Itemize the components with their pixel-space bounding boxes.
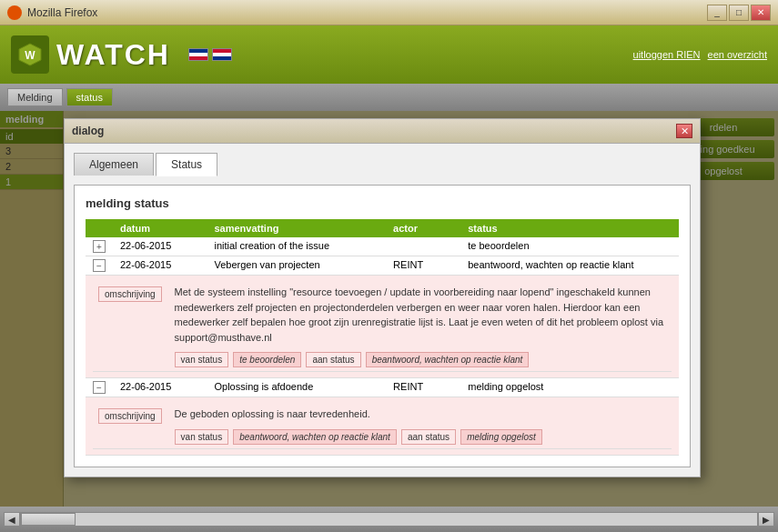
status-cell: beantwoord, wachten op reactie klant <box>460 256 679 276</box>
detail-cell: omschrijving De geboden oplossing is naa… <box>86 397 679 456</box>
tab-algemeen[interactable]: Algemeen <box>74 153 154 176</box>
van-status-value-1: te beoordelen <box>233 352 301 367</box>
van-status-label-2: van status <box>175 429 229 445</box>
detail-row: omschrijving De geboden oplossing is naa… <box>86 397 679 456</box>
dialog-body: Algemeen Status melding status datum sam… <box>65 144 700 477</box>
omschrijving-label: omschrijving <box>98 286 162 302</box>
status-cell: melding opgelost <box>460 378 679 397</box>
tab-content-status: melding status datum samenvatting actor … <box>74 185 691 467</box>
maximize-button[interactable]: □ <box>729 5 749 21</box>
expand-cell: − <box>86 256 113 276</box>
expand-cell: − <box>86 378 113 397</box>
svg-text:W: W <box>25 49 35 62</box>
dialog-tabs: Algemeen Status <box>74 153 691 176</box>
scroll-left-button[interactable]: ◀ <box>4 512 20 527</box>
aan-status-label-2: aan status <box>401 429 456 445</box>
expand-button[interactable]: + <box>93 240 106 253</box>
col-datum: datum <box>113 219 207 237</box>
col-status: status <box>460 219 679 237</box>
close-button[interactable]: ✕ <box>751 5 771 21</box>
table-row: + 22-06-2015 initial creation of the iss… <box>86 237 679 256</box>
section-title: melding status <box>86 196 679 210</box>
expand-button[interactable]: − <box>93 259 106 272</box>
dialog-title: dialog <box>72 125 104 137</box>
titlebar-left: Mozilla Firefox <box>7 5 97 20</box>
detail-row: omschrijving Met de systeem instelling "… <box>86 276 679 378</box>
detail-text-cell-2: De geboden oplossing is naar tevredenhei… <box>169 403 672 448</box>
samenvatting-cell: Vebergen van projecten <box>207 256 386 276</box>
samenvatting-cell: initial creation of the issue <box>207 237 386 256</box>
van-status-value-2: beantwoord, wachten op reactie klant <box>233 429 397 445</box>
col-samenvatting: samenvatting <box>207 219 386 237</box>
table-row: − 22-06-2015 Oplossing is afdoende REINT… <box>86 378 679 397</box>
nav-item-melding[interactable]: Melding <box>7 88 63 106</box>
status-table: datum samenvatting actor status + 22- <box>86 219 679 456</box>
overview-link[interactable]: een overzicht <box>708 49 767 60</box>
window-title: Mozilla Firefox <box>27 6 97 19</box>
flag-uk <box>188 48 208 61</box>
col-actor: actor <box>386 219 460 237</box>
actor-cell <box>386 237 460 256</box>
dialog-titlebar: dialog ✕ <box>65 119 700 144</box>
flags <box>188 48 232 61</box>
scrollbar-thumb[interactable] <box>21 513 76 526</box>
app-logo: W WATCH <box>11 35 232 74</box>
datum-cell: 22-06-2015 <box>113 378 207 397</box>
app-header: W WATCH uitloggen RIEN een overzicht <box>0 25 778 84</box>
samenvatting-cell: Oplossing is afdoende <box>207 378 386 397</box>
detail-description-2: De geboden oplossing is naar tevredenhei… <box>175 407 666 422</box>
expand-cell: + <box>86 237 113 256</box>
table-row: − 22-06-2015 Vebergen van projecten REIN… <box>86 256 679 276</box>
expand-button[interactable]: − <box>93 381 106 394</box>
dialog: dialog ✕ Algemeen Status melding status … <box>64 118 701 477</box>
scrollbar-track <box>20 512 758 527</box>
actor-cell: REINT <box>386 256 460 276</box>
bottom-bar: ◀ ▶ <box>0 507 778 532</box>
detail-text-cell: Met de systeem instelling "resource toev… <box>169 281 672 372</box>
nav-item-status[interactable]: status <box>66 88 113 106</box>
titlebar: Mozilla Firefox _ □ ✕ <box>0 0 778 25</box>
header-right: uitloggen RIEN een overzicht <box>633 25 767 84</box>
logout-link[interactable]: uitloggen RIEN <box>633 49 701 60</box>
tab-status[interactable]: Status <box>156 153 217 176</box>
minimize-button[interactable]: _ <box>707 5 727 21</box>
actor-cell: REINT <box>386 378 460 397</box>
main-area: melding id 3 2 1 dialog ✕ Algemeen Statu… <box>0 111 778 507</box>
dialog-close-button[interactable]: ✕ <box>676 124 692 138</box>
omschrijving-label-2: omschrijving <box>98 408 162 424</box>
datum-cell: 22-06-2015 <box>113 256 207 276</box>
aan-status-value-2: melding opgelost <box>460 429 542 445</box>
firefox-icon <box>7 5 22 20</box>
logo-icon: W <box>11 35 49 74</box>
detail-cell: omschrijving Met de systeem instelling "… <box>86 276 679 378</box>
aan-status-label-1: aan status <box>306 352 360 367</box>
datum-cell: 22-06-2015 <box>113 237 207 256</box>
status-cell: te beoordelen <box>460 237 679 256</box>
col-expand <box>86 219 113 237</box>
aan-status-value-1: beantwoord, wachten op reactie klant <box>366 352 530 367</box>
flag-nl <box>212 48 232 61</box>
scroll-right-button[interactable]: ▶ <box>758 512 774 527</box>
logo-text: WATCH <box>56 38 170 72</box>
van-status-label-1: van status <box>175 352 229 367</box>
detail-description: Met de systeem instelling "resource toev… <box>175 285 666 345</box>
titlebar-controls: _ □ ✕ <box>707 5 771 21</box>
navbar: Melding status <box>0 84 778 111</box>
